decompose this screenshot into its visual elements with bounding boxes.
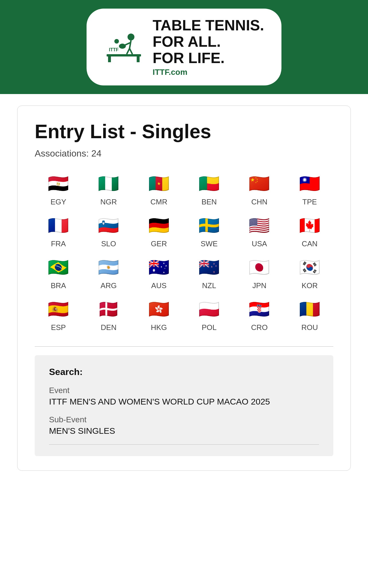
svg-rect-1 — [108, 56, 111, 62]
flag-emoji: 🇨🇳 — [244, 173, 275, 195]
flag-emoji: 🇸🇮 — [93, 215, 124, 237]
flag-emoji: 🇺🇸 — [244, 215, 275, 237]
flag-item: 🇭🇷CRO — [236, 299, 283, 332]
flag-emoji: 🇸🇪 — [193, 215, 225, 237]
flag-code: CMR — [150, 198, 167, 206]
flag-emoji: 🇵🇱 — [193, 299, 225, 320]
flag-emoji: 🇪🇸 — [43, 299, 74, 320]
flag-code: NGR — [100, 198, 117, 206]
flag-item: 🇳🇬NGR — [85, 173, 132, 206]
flag-item: 🇧🇷BRA — [35, 257, 82, 290]
associations-count: Associations: 24 — [35, 148, 333, 159]
main-content: Entry List - Singles Associations: 24 🇪🇬… — [0, 94, 368, 482]
flag-emoji: 🇦🇷 — [93, 257, 124, 278]
flag-item: 🇺🇸USA — [236, 215, 283, 248]
content-card: Entry List - Singles Associations: 24 🇪🇬… — [17, 106, 351, 471]
flag-code: SLO — [101, 239, 116, 248]
flag-emoji: 🇧🇯 — [193, 173, 225, 195]
flag-code: JPN — [252, 281, 266, 290]
flag-emoji: 🇪🇬 — [43, 173, 74, 195]
search-bottom-divider — [49, 444, 319, 445]
flag-emoji: 🇨🇲 — [143, 173, 175, 195]
flag-emoji: 🇹🇼 — [294, 173, 325, 195]
flag-code: HKG — [151, 323, 167, 332]
flags-grid: 🇪🇬EGY🇳🇬NGR🇨🇲CMR🇧🇯BEN🇨🇳CHN🇹🇼TPE🇫🇷FRA🇸🇮SLO… — [35, 173, 333, 332]
svg-rect-2 — [137, 56, 140, 62]
flag-item: 🇯🇵JPN — [236, 257, 283, 290]
svg-point-6 — [119, 44, 126, 49]
flag-emoji: 🇦🇺 — [143, 257, 175, 278]
flag-item: 🇩🇪GER — [135, 215, 183, 248]
flag-emoji: 🇳🇿 — [193, 257, 225, 278]
svg-rect-0 — [107, 54, 141, 56]
flags-divider — [35, 346, 333, 347]
flag-code: CHN — [251, 198, 267, 206]
flag-item: 🇦🇷ARG — [85, 257, 132, 290]
flag-item: 🇦🇺AUS — [135, 257, 183, 290]
logo-container: ITTF TABLE TENNIS. FOR ALL. FOR LIFE. IT… — [87, 9, 281, 85]
search-label: Search: — [49, 367, 319, 377]
svg-point-3 — [128, 34, 134, 40]
flag-emoji: 🇰🇷 — [294, 257, 325, 278]
flag-code: DEN — [101, 323, 117, 332]
flag-code: ROU — [301, 323, 318, 332]
header: ITTF TABLE TENNIS. FOR ALL. FOR LIFE. IT… — [0, 0, 368, 94]
svg-line-4 — [130, 40, 131, 48]
flag-item: 🇧🇯BEN — [185, 173, 233, 206]
flag-item: 🇪🇬EGY — [35, 173, 82, 206]
flag-code: GER — [151, 239, 167, 248]
flag-item: 🇨🇦CAN — [286, 215, 333, 248]
flag-code: EGY — [50, 198, 66, 206]
flag-code: BRA — [51, 281, 66, 290]
flag-code: CRO — [251, 323, 268, 332]
svg-line-7 — [127, 48, 130, 54]
flag-item: 🇸🇮SLO — [85, 215, 132, 248]
flag-emoji: 🇧🇷 — [43, 257, 74, 278]
flag-emoji: 🇨🇦 — [294, 215, 325, 237]
flag-code: FRA — [51, 239, 66, 248]
flag-item: 🇸🇪SWE — [185, 215, 233, 248]
subevent-field-value: MEN'S SINGLES — [49, 426, 319, 436]
flag-emoji: 🇷🇴 — [294, 299, 325, 320]
flag-code: SWE — [201, 239, 218, 248]
flag-code: ESP — [51, 323, 66, 332]
search-section: Search: Event ITTF MEN'S AND WOMEN'S WOR… — [35, 355, 333, 456]
flag-emoji: 🇩🇪 — [143, 215, 175, 237]
svg-point-9 — [114, 39, 119, 44]
subevent-field-label: Sub-Event — [49, 415, 319, 424]
flag-code: BEN — [201, 198, 217, 206]
flag-emoji: 🇫🇷 — [43, 215, 74, 237]
svg-line-8 — [130, 48, 132, 54]
flag-item: 🇹🇼TPE — [286, 173, 333, 206]
event-field-value: ITTF MEN'S AND WOMEN'S WORLD CUP MACAO 2… — [49, 397, 319, 407]
flag-item: 🇵🇱POL — [185, 299, 233, 332]
flag-item: 🇪🇸ESP — [35, 299, 82, 332]
flag-emoji: 🇳🇬 — [93, 173, 124, 195]
logo-text-block: TABLE TENNIS. FOR ALL. FOR LIFE. ITTF.co… — [152, 17, 264, 77]
flag-item: 🇩🇰DEN — [85, 299, 132, 332]
page-title: Entry List - Singles — [35, 120, 333, 142]
flag-emoji: 🇯🇵 — [244, 257, 275, 278]
flag-code: NZL — [202, 281, 216, 290]
flag-emoji: 🇭🇰 — [143, 299, 175, 320]
flag-item: 🇷🇴ROU — [286, 299, 333, 332]
subevent-field: Sub-Event MEN'S SINGLES — [49, 415, 319, 436]
flag-item: 🇨🇲CMR — [135, 173, 183, 206]
flag-emoji: 🇭🇷 — [244, 299, 275, 320]
flag-item: 🇫🇷FRA — [35, 215, 82, 248]
flag-code: TPE — [302, 198, 317, 206]
flag-code: AUS — [151, 281, 167, 290]
flag-code: ARG — [101, 281, 117, 290]
flag-item: 🇨🇳CHN — [236, 173, 283, 206]
event-field-label: Event — [49, 386, 319, 395]
flag-item: 🇳🇿NZL — [185, 257, 233, 290]
logo-sub-text: ITTF.com — [152, 68, 264, 77]
flag-code: USA — [252, 239, 267, 248]
flag-item: 🇭🇰HKG — [135, 299, 183, 332]
ittf-logo-icon: ITTF — [104, 30, 144, 64]
flag-code: KOR — [302, 281, 318, 290]
flag-code: CAN — [302, 239, 318, 248]
flag-emoji: 🇩🇰 — [93, 299, 124, 320]
logo-main-text: TABLE TENNIS. FOR ALL. FOR LIFE. — [152, 17, 264, 67]
svg-text:ITTF: ITTF — [109, 47, 119, 52]
